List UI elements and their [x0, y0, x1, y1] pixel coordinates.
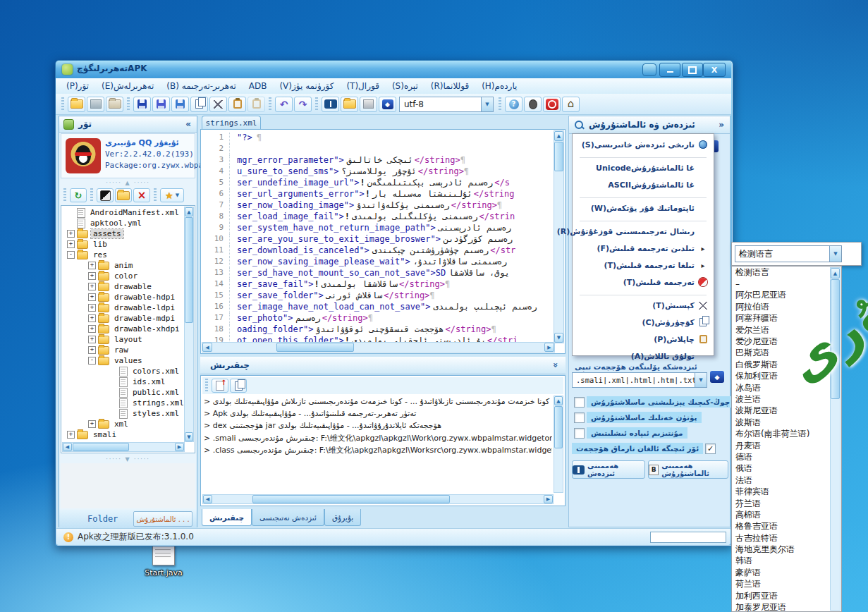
- clear-log-button[interactable]: [212, 379, 228, 393]
- scroll-left-icon[interactable]: [203, 495, 212, 503]
- language-option[interactable]: 高棉语: [732, 509, 841, 520]
- copy-button[interactable]: [190, 97, 208, 112]
- collapse-icon[interactable]: »: [551, 362, 561, 368]
- tree-expander[interactable]: +: [88, 336, 96, 343]
- context-menu-item[interactable]: [580, 216, 707, 221]
- checkbox[interactable]: [574, 428, 585, 439]
- scrollbar-thumb[interactable]: [252, 495, 450, 503]
- bottom-tab[interactable]: چىقىرىش: [202, 509, 252, 526]
- tree-expander[interactable]: +: [67, 431, 75, 439]
- language-option[interactable]: 布尔语(南非荷兰语): [732, 428, 841, 439]
- language-option[interactable]: 检测语言: [732, 267, 841, 278]
- title-bar[interactable]: تەھرىرلىگۈچAPK X: [56, 61, 731, 78]
- log-area[interactable]: > كونا خىزمەت مۇندەرىجىسىنى تازىلاۋاتىدۇ…: [204, 397, 552, 493]
- tree-item[interactable]: public.xml: [61, 387, 183, 398]
- context-menu-item[interactable]: (A)تولۇق تاللاش: [575, 348, 711, 365]
- checkbox[interactable]: ✓: [705, 443, 716, 454]
- output-vertical-scrollbar[interactable]: [554, 396, 563, 493]
- tree-item[interactable]: + drawable: [61, 281, 183, 292]
- language-select[interactable]: 检测语言: [735, 245, 842, 262]
- tree-item[interactable]: + drawable-ldpi: [61, 302, 183, 313]
- scroll-right-icon[interactable]: [175, 443, 184, 451]
- checkbox[interactable]: [574, 397, 585, 408]
- tree-item[interactable]: + color: [61, 271, 183, 281]
- tree-horizontal-scrollbar[interactable]: [62, 442, 185, 452]
- scroll-right-icon[interactable]: [544, 495, 553, 503]
- tree-item[interactable]: colors.xml: [61, 366, 183, 377]
- search-option-row[interactable]: چوڭ-كىچىك يېزىلىشنى ماسلاشتۇرۇش: [572, 395, 734, 409]
- context-menu-item[interactable]: [580, 193, 707, 198]
- scrollbar-thumb[interactable]: [554, 406, 563, 448]
- scroll-right-icon[interactable]: [544, 343, 554, 352]
- search-option-row[interactable]: ✓ ئۆز ئىچىگە ئالغان تارماق ھۆججەت: [572, 441, 718, 455]
- context-menu-item[interactable]: (T)كېسىش: [575, 297, 711, 314]
- language-option[interactable]: 豪萨语: [732, 567, 841, 578]
- favorites-button[interactable]: ★▼: [160, 188, 184, 202]
- menu-bar-item[interactable]: (T)قورال: [340, 80, 386, 92]
- tree-expander[interactable]: +: [88, 314, 96, 322]
- delete-button[interactable]: ×: [133, 188, 150, 202]
- editor-horizontal-scrollbar[interactable]: [202, 342, 555, 353]
- tree-expander[interactable]: +: [88, 272, 96, 280]
- scroll-up-icon[interactable]: [554, 131, 563, 141]
- language-option[interactable]: 古吉拉特语: [732, 532, 841, 544]
- redo-button[interactable]: ↷: [294, 97, 312, 112]
- language-option[interactable]: 波兰语: [732, 393, 841, 405]
- context-menu-item[interactable]: Unicodeغا ئالماشتۇرۇش: [575, 159, 711, 176]
- scroll-left-icon[interactable]: [202, 343, 212, 352]
- menu-bar-item[interactable]: (H)ياردەم: [475, 80, 523, 92]
- tree-item[interactable]: + layout: [61, 334, 183, 345]
- language-option[interactable]: 菲律宾语: [732, 486, 841, 497]
- minimize-button[interactable]: [659, 63, 680, 77]
- tree-item[interactable]: apktool.yml: [61, 218, 183, 228]
- import-folder-button[interactable]: [115, 188, 132, 202]
- bottom-tab[interactable]: ئىزدەش نەتىجىسى: [252, 509, 324, 526]
- refresh-button[interactable]: ↻: [70, 188, 87, 202]
- encoding-select[interactable]: utf-8: [399, 97, 494, 112]
- bottom-tab[interactable]: بۇيرۇق: [324, 509, 361, 526]
- tree-expander[interactable]: -: [88, 357, 96, 365]
- tree-expander[interactable]: +: [88, 293, 96, 301]
- menu-bar-item[interactable]: (V)كۆرۈنمە يۈز: [273, 80, 340, 92]
- replace-folder-button[interactable]: ئالماشتۇرۇش . . .: [133, 511, 192, 527]
- collapse-icon[interactable]: »: [719, 120, 724, 130]
- cut-button[interactable]: [209, 97, 227, 112]
- tree-expander[interactable]: +: [88, 346, 96, 354]
- language-option[interactable]: 韩语: [732, 556, 841, 567]
- menu-bar-item[interactable]: (E)تەھرىرلەش: [95, 80, 160, 92]
- tree-item[interactable]: + drawable-mdpi: [61, 313, 183, 324]
- recompile-button[interactable]: ◆: [379, 97, 396, 112]
- tree-item[interactable]: ids.xml: [61, 377, 183, 387]
- context-menu-item[interactable]: (R)رىشال تەرجىمىسىنى قوزغۇتۇش: [575, 223, 711, 240]
- image-button[interactable]: [87, 97, 104, 112]
- language-option[interactable]: 波斯尼亚语: [732, 405, 841, 417]
- code-editor[interactable]: 1 "?>¶ 2: [200, 129, 566, 354]
- context-menu-item[interactable]: (F)تىلدىن تەرجىمە قىلىش ▸: [575, 240, 711, 257]
- tree-item[interactable]: + drawable-xhdpi: [61, 324, 183, 334]
- replace-all-button[interactable]: B ھەممىنى ئالماشتۇرۇش: [648, 460, 728, 479]
- save-as-button[interactable]: [152, 97, 170, 112]
- scrollbar-thumb[interactable]: [185, 217, 193, 323]
- folder-import-button[interactable]: [341, 97, 358, 112]
- checkbox[interactable]: [574, 412, 585, 423]
- language-option[interactable]: 俄语: [732, 463, 841, 475]
- context-menu-item[interactable]: (W)ئاپتوماتىك قۇر يۆتكەش: [575, 200, 711, 216]
- tree-item[interactable]: + assets: [61, 228, 183, 239]
- save-all-button[interactable]: [171, 97, 189, 112]
- language-option[interactable]: 芬兰语: [732, 498, 841, 509]
- menu-bar-item[interactable]: (S)تېره: [386, 80, 424, 92]
- editor-tab-strings-xml[interactable]: strings.xml: [202, 116, 261, 129]
- chevron-down-icon[interactable]: [829, 246, 841, 262]
- weibo-button[interactable]: [543, 97, 561, 112]
- tree-item[interactable]: + smali: [61, 429, 183, 440]
- tree-expander[interactable]: +: [88, 304, 96, 312]
- scrollbar-thumb[interactable]: [276, 343, 354, 352]
- bug-report-button[interactable]: [524, 97, 542, 112]
- save-button[interactable]: [133, 97, 151, 112]
- language-option[interactable]: 格鲁吉亚语: [732, 521, 841, 532]
- tree-item[interactable]: + xml: [61, 419, 183, 429]
- help-button[interactable]: ?: [505, 97, 522, 112]
- maximize-button[interactable]: [682, 63, 703, 77]
- context-menu-item[interactable]: (P)چاپلاش: [575, 331, 711, 348]
- language-option[interactable]: 阿尔巴尼亚语: [732, 290, 841, 301]
